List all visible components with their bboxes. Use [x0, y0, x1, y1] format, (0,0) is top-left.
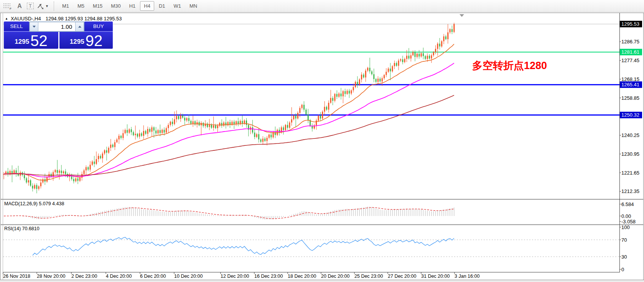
time-tick-label: 12 Dec 20:00 [221, 274, 249, 279]
time-axis[interactable]: 26 Nov 201828 Nov 20:002 Dec 23:004 Dec … [3, 272, 479, 279]
buy-button[interactable]: BUY [84, 21, 113, 32]
sell-price-small: 1295 [15, 38, 29, 46]
macd-label: MACD(12,26,9) 5.079 4.438 [4, 201, 64, 206]
mt4-app: F A T ▼ M1M5M15M30H1H4D1W1MN 1286.751277… [0, 0, 644, 282]
time-tick-label: 26 Nov 2018 [3, 274, 30, 279]
price-tick-label: 1258.85 [621, 95, 639, 101]
price-tick-label: 1212.35 [621, 188, 639, 194]
triangle-up-icon [78, 26, 81, 28]
price-tick-label: 1277.45 [621, 58, 639, 63]
volume-spinner: 1.00 [29, 21, 84, 32]
volume-decrease-button[interactable] [30, 22, 38, 31]
pane-separator[interactable] [1, 199, 643, 200]
buy-price-small: 1295 [70, 38, 84, 46]
rsi-axis-label: 70 [621, 237, 627, 243]
price-badge-line-level: 1281.61 [621, 49, 639, 55]
time-tick-label: 31 Dec 20:00 [421, 274, 450, 279]
macd-axis-label: -3.058 [621, 219, 636, 224]
price-tick-label: 1240.25 [621, 132, 639, 138]
price-badge-last-price: 1295.53 [621, 21, 639, 27]
price-badge-line-level: 1265.41 [621, 82, 639, 87]
macd-axis-label: 6.584 [621, 201, 634, 207]
time-tick-label: 10 Dec 20:00 [174, 274, 203, 279]
time-tick-label: 6 Dec 20:00 [140, 274, 166, 279]
price-tick-label: 1268.15 [621, 76, 639, 82]
time-tick-label: 4 Dec 20:00 [106, 274, 132, 279]
chart-title-line: ▲XAUUSD-,H41294.98 1295.93 1294.88 1295.… [5, 16, 122, 21]
triangle-down-icon [33, 26, 36, 28]
sell-price[interactable]: 129552 [4, 32, 58, 49]
volume-input[interactable]: 1.00 [38, 22, 75, 31]
time-tick-label: 18 Dec 20:00 [288, 274, 316, 279]
chart-symbol: XAUUSD-,H4 [11, 16, 41, 21]
one-click-trading-panel: SELL 1.00 BUY 129552 129592 [4, 21, 113, 49]
volume-increase-button[interactable] [75, 22, 84, 31]
rsi-label: RSI(14) 70.6810 [4, 226, 40, 231]
buy-price-big: 92 [86, 33, 103, 48]
rsi-axis-label: 30 [621, 254, 627, 260]
collapse-arrow-icon[interactable]: ▲ [5, 17, 8, 20]
sell-price-big: 52 [30, 33, 48, 48]
price-tick-label: 1230.95 [621, 151, 639, 157]
rsi-axis-label: 100 [621, 224, 630, 230]
price-badge-line-level: 1250.32 [621, 112, 639, 118]
price-tick-label: 1286.75 [621, 39, 639, 45]
chart-ohlc: 1294.98 1295.93 1294.88 1295.53 [46, 16, 122, 21]
rsi-axis-label: 0 [621, 267, 624, 272]
time-tick-label: 20 Dec 20:00 [321, 274, 349, 279]
time-tick-label: 28 Nov 20:00 [37, 274, 65, 279]
sell-button[interactable]: SELL [4, 21, 29, 32]
time-tick-label: 2 Dec 23:00 [71, 274, 97, 279]
annotation-text: 多空转折点1280 [472, 59, 547, 73]
time-tick-label: 16 Dec 23:00 [254, 274, 283, 279]
price-tick-label: 1221.65 [621, 170, 639, 176]
time-tick-label: 27 Dec 20:00 [388, 274, 416, 279]
time-tick-label: 3 Jan 16:00 [455, 274, 479, 279]
buy-price[interactable]: 129592 [59, 32, 113, 49]
pane-separator[interactable] [1, 224, 643, 225]
time-tick-label: 25 Dec 23:00 [354, 274, 383, 279]
macd-axis-label: 0.00 [621, 213, 631, 219]
